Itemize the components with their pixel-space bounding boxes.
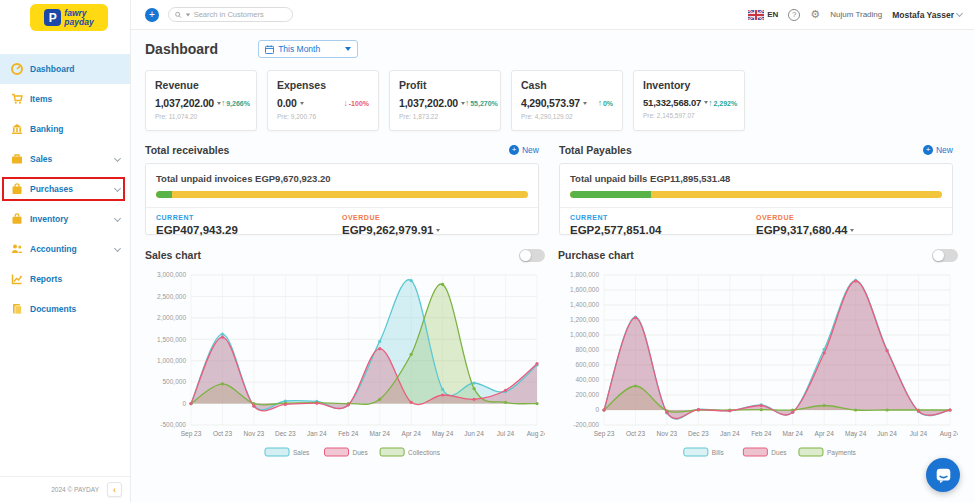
- svg-text:Aug 24: Aug 24: [940, 430, 958, 438]
- chart-title: Sales chart: [145, 249, 201, 261]
- svg-text:800,000: 800,000: [576, 346, 600, 353]
- sidebar-item-banking[interactable]: Banking: [0, 114, 130, 144]
- purchase-chart-panel: Purchase chart 1,800,0001,600,0001,400,0…: [558, 247, 958, 461]
- amount-dropdown-caret-icon[interactable]: [850, 229, 854, 232]
- svg-text:Jan 24: Jan 24: [720, 430, 740, 437]
- sales-chart-toggle[interactable]: [519, 249, 545, 262]
- svg-text:2,500,000: 2,500,000: [157, 293, 186, 300]
- kpi-percent: 2,292%: [713, 100, 737, 107]
- kpi-card-cash: Cash 4,290,573.97 ↑0% Pre: 4,290,129.02: [511, 70, 623, 131]
- svg-text:3,000,000: 3,000,000: [157, 271, 186, 278]
- plus-icon: +: [923, 145, 933, 155]
- svg-text:Oct 23: Oct 23: [213, 430, 233, 437]
- svg-text:Jul 24: Jul 24: [497, 430, 515, 437]
- period-filter-dropdown[interactable]: This Month: [258, 40, 358, 58]
- copyright-text: 2024 © PAYDAY: [51, 486, 99, 493]
- quick-add-button[interactable]: +: [145, 8, 159, 22]
- total-unpaid-invoices: Total unpaid invoices EGP9,670,923.20: [156, 173, 528, 184]
- current-label: CURRENT: [570, 214, 756, 221]
- kpi-trend: ↑2,292%: [708, 98, 737, 108]
- settings-gear-icon[interactable]: ⚙: [810, 9, 820, 20]
- svg-text:Jun 24: Jun 24: [464, 430, 484, 437]
- overdue-amount: EGP9,262,979.91: [342, 224, 528, 236]
- amount-dropdown-caret-icon[interactable]: [436, 229, 440, 232]
- toggle-knob: [520, 250, 531, 261]
- section-title: Total Payables: [559, 144, 632, 156]
- value-dropdown-caret-icon[interactable]: [300, 102, 304, 105]
- help-icon[interactable]: ?: [788, 9, 800, 21]
- trend-down-icon: ↓: [344, 98, 348, 108]
- search-scope-caret-icon[interactable]: [186, 13, 190, 16]
- current-label: CURRENT: [156, 214, 342, 221]
- svg-text:0: 0: [182, 400, 186, 407]
- sidebar-item-label: Purchases: [30, 184, 73, 194]
- chevron-down-icon: [114, 245, 121, 252]
- svg-text:Payments: Payments: [827, 449, 857, 457]
- kpi-previous-value: Pre: 11,074.20: [155, 113, 247, 120]
- sidebar-item-inventory[interactable]: Inventory: [0, 204, 130, 234]
- svg-text:-500,000: -500,000: [160, 421, 186, 428]
- svg-text:Dec 23: Dec 23: [688, 430, 709, 437]
- chat-widget-button[interactable]: [926, 458, 960, 492]
- trend-up-icon: ↑: [598, 98, 602, 108]
- svg-text:2,000,000: 2,000,000: [157, 314, 186, 321]
- sidebar-item-label: Reports: [30, 274, 62, 284]
- new-invoice-button[interactable]: + New: [509, 145, 539, 155]
- value-dropdown-caret-icon[interactable]: [583, 102, 587, 105]
- svg-text:May 24: May 24: [432, 430, 454, 438]
- sidebar-item-reports[interactable]: Reports: [0, 264, 130, 294]
- language-selector[interactable]: EN: [748, 10, 778, 20]
- svg-text:1,800,000: 1,800,000: [570, 271, 599, 278]
- kpi-title: Expenses: [277, 79, 369, 91]
- app-window: P fawry payday Dashboard Items: [0, 0, 974, 502]
- period-label: This Month: [278, 44, 341, 54]
- fawry-payday-logo[interactable]: P fawry payday: [30, 4, 108, 31]
- sidebar-footer: 2024 © PAYDAY ‹: [0, 476, 130, 502]
- kpi-card-revenue: Revenue 1,037,202.00 ↑9,266% Pre: 11,074…: [145, 70, 257, 131]
- plus-icon: +: [509, 145, 519, 155]
- svg-text:Jul 24: Jul 24: [910, 430, 928, 437]
- sidebar-item-items[interactable]: Items: [0, 84, 130, 114]
- svg-text:200,000: 200,000: [576, 391, 600, 398]
- logo-text: fawry payday: [64, 9, 93, 26]
- overdue-label: OVERDUE: [756, 214, 942, 221]
- svg-text:1,000,000: 1,000,000: [157, 357, 186, 364]
- global-search[interactable]: [168, 7, 293, 22]
- topbar: + EN ? ⚙ Nujum Trading Mostafa Yasser: [131, 0, 974, 30]
- kpi-title: Inventory: [643, 79, 735, 91]
- user-menu[interactable]: Mostafa Yasser: [892, 10, 962, 20]
- current-amount: EGP407,943.29: [156, 224, 342, 236]
- svg-text:1,000,000: 1,000,000: [570, 331, 599, 338]
- new-bill-button[interactable]: + New: [923, 145, 953, 155]
- sidebar-item-dashboard[interactable]: Dashboard: [0, 54, 130, 84]
- section-title: Total receivables: [145, 144, 229, 156]
- sidebar-item-sales[interactable]: Sales: [0, 144, 130, 174]
- kpi-previous-value: Pre: 1,873.22: [399, 113, 491, 120]
- chevron-down-icon: [114, 155, 121, 162]
- shopping-bag-icon: [10, 183, 23, 196]
- kpi-trend: ↑55,270%: [465, 98, 498, 108]
- uk-flag-icon: [748, 10, 764, 20]
- purchase-chart-toggle[interactable]: [932, 249, 958, 262]
- calendar-icon: [265, 45, 274, 54]
- svg-text:Oct 23: Oct 23: [626, 430, 646, 437]
- svg-text:Collections: Collections: [408, 449, 441, 456]
- language-code: EN: [767, 10, 778, 19]
- sidebar-nav: Dashboard Items Banking Sales: [0, 54, 130, 324]
- sidebar-item-documents[interactable]: Documents: [0, 294, 130, 324]
- svg-text:400,000: 400,000: [576, 376, 600, 383]
- kpi-value: 51,332,568.07: [643, 97, 701, 108]
- receivables-card: Total unpaid invoices EGP9,670,923.20 CU…: [145, 163, 539, 235]
- sidebar-item-label: Accounting: [30, 244, 77, 254]
- svg-text:Dues: Dues: [353, 449, 369, 456]
- sidebar-item-purchases[interactable]: Purchases: [0, 174, 130, 204]
- sidebar-item-accounting[interactable]: Accounting: [0, 234, 130, 264]
- bank-icon: [10, 123, 23, 136]
- svg-text:May 24: May 24: [845, 430, 867, 438]
- chevron-down-icon: [114, 215, 121, 222]
- sidebar-collapse-button[interactable]: ‹: [107, 482, 122, 497]
- payables-card: Total unpaid bills EGP11,895,531.48 CURR…: [559, 163, 953, 235]
- amount-text: EGP9,262,979.91: [342, 224, 433, 236]
- search-input[interactable]: [194, 10, 286, 19]
- amount-text: EGP9,317,680.44: [756, 224, 847, 236]
